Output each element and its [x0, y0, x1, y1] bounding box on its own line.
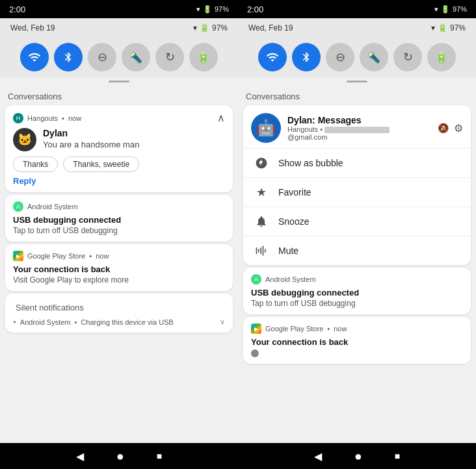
right-qs-wifi[interactable]: [258, 43, 287, 71]
right-playstore-dot: •: [327, 325, 330, 333]
expanded-title-area: Dylan: Messages Hangouts • @gmail.com: [287, 115, 431, 141]
right-recent-button[interactable]: ■: [395, 451, 400, 461]
qs-flashlight[interactable]: 🔦: [122, 43, 150, 71]
qs-bluetooth[interactable]: [54, 43, 83, 71]
right-qs-dnd[interactable]: ⊖: [326, 43, 354, 71]
hangouts-message: You are a handsome man: [43, 140, 225, 149]
battery-icon: 🔋: [203, 5, 212, 14]
favorite-label: Favorite: [278, 187, 311, 197]
left-bat-small: 🔋: [200, 23, 209, 32]
right-playstore-icon: ▶: [251, 323, 261, 334]
hangouts-notification-card[interactable]: H Hangouts • now ∧ 🐱 Dylan You are a han…: [5, 105, 233, 192]
left-notifications-area: Conversations H Hangouts • now ∧ 🐱 Dylan: [0, 86, 238, 443]
right-playstore-dot-indicator: [251, 349, 259, 357]
expanded-email-domain: @gmail.com: [287, 133, 327, 141]
right-quick-settings: ⊖ 🔦 ↻ 🔋: [238, 38, 476, 78]
hangouts-app-info: H Hangouts • now: [13, 113, 81, 123]
right-android-icon: A: [251, 274, 261, 285]
right-notifications-area: Conversations 🤖 Dylan: Messages Hangouts…: [238, 86, 476, 443]
favorite-row[interactable]: ★ Favorite: [243, 177, 471, 207]
left-date-status: ▾ 🔋 97%: [193, 23, 228, 32]
right-qs-bluetooth[interactable]: [292, 43, 321, 71]
mute-icon: [254, 243, 269, 259]
playstore-app-info: ▶ Google Play Store • now: [13, 251, 225, 261]
right-wifi-small: ▾: [431, 23, 435, 32]
right-qs-flashlight[interactable]: 🔦: [360, 43, 388, 71]
favorite-icon: ★: [254, 184, 269, 200]
thanks-button[interactable]: Thanks: [13, 157, 58, 172]
left-bat-pct-small: 97%: [212, 23, 228, 32]
silent-section: Silent notifications ● Android System • …: [5, 294, 233, 333]
qs-wifi[interactable]: [20, 43, 49, 71]
playstore-card[interactable]: ▶ Google Play Store • now Your connectio…: [5, 244, 233, 291]
hangouts-text: Dylan You are a handsome man: [43, 128, 225, 149]
left-quick-settings: ⊖ 🔦 ↻ 🔋: [0, 38, 238, 78]
hangouts-app-icon: H: [13, 113, 23, 123]
expanded-action-icons: 🔕 ⚙: [438, 122, 463, 134]
android-body: Tap to turn off USB debugging: [13, 226, 225, 235]
no-disturb-icon[interactable]: 🔕: [438, 123, 449, 133]
right-time: 2:00: [247, 5, 263, 14]
playstore-body: Visit Google Play to explore more: [13, 275, 225, 285]
bubble-icon: [254, 155, 269, 171]
right-android-title: USB debugging connected: [251, 288, 463, 298]
right-date-row: Wed, Feb 19 ▾ 🔋 97%: [238, 18, 476, 38]
playstore-app-name: Google Play Store: [27, 252, 85, 260]
left-time: 2:00: [9, 5, 25, 14]
expanded-hangouts-card[interactable]: 🤖 Dylan: Messages Hangouts • @gmail.com …: [243, 105, 471, 265]
dylan-avatar: 🐱: [13, 128, 36, 151]
right-drag-handle: [347, 81, 367, 82]
right-qs-battery-saver[interactable]: 🔋: [427, 43, 456, 71]
home-button[interactable]: ●: [116, 449, 124, 464]
right-back-button[interactable]: ◀: [314, 450, 322, 463]
expanded-email: [324, 127, 390, 133]
right-date-status: ▾ 🔋 97%: [431, 23, 466, 32]
right-playstore-title: Your connection is back: [251, 337, 463, 347]
playstore-icon: ▶: [13, 251, 23, 261]
snooze-row[interactable]: Snooze: [243, 207, 471, 236]
show-as-bubble-row[interactable]: Show as bubble: [243, 148, 471, 177]
bubble-label: Show as bubble: [278, 158, 343, 168]
chevron-up-icon[interactable]: ∧: [217, 112, 225, 124]
qs-dnd[interactable]: ⊖: [88, 43, 116, 71]
recent-button[interactable]: ■: [157, 451, 162, 461]
android-app-info: A Android System: [13, 201, 225, 212]
mute-label: Mute: [278, 246, 298, 256]
back-button[interactable]: ◀: [76, 450, 84, 463]
right-android-card[interactable]: A Android System USB debugging connected…: [243, 268, 471, 314]
left-wifi-small: ▾: [193, 23, 197, 32]
silent-text: Charging this device via USB: [81, 318, 173, 326]
right-qs-rotation[interactable]: ↻: [393, 43, 422, 71]
silent-label: Silent notifications: [13, 300, 225, 314]
left-nav-bar: ◀ ● ■: [0, 443, 238, 469]
settings-icon[interactable]: ⚙: [454, 122, 463, 134]
right-wifi-icon: ▾: [434, 5, 438, 14]
hangouts-actions: Thanks Thanks, sweetie: [13, 157, 225, 172]
expanded-header: 🤖 Dylan: Messages Hangouts • @gmail.com …: [243, 105, 471, 148]
playstore-dot: •: [89, 252, 92, 260]
expanded-title: Dylan: Messages: [287, 115, 431, 125]
qs-rotation[interactable]: ↻: [155, 43, 184, 71]
hangouts-sender: Dylan: [43, 128, 225, 138]
right-playstore-card[interactable]: ▶ Google Play Store • now Your connectio…: [243, 317, 471, 364]
silent-chevron-icon[interactable]: ∨: [220, 318, 225, 326]
qs-battery-saver[interactable]: 🔋: [189, 43, 218, 71]
hangouts-app-row: H Hangouts • now ∧: [13, 112, 225, 124]
reply-button[interactable]: Reply: [13, 176, 225, 186]
mute-row[interactable]: Mute: [243, 236, 471, 265]
silent-dot: •: [75, 318, 77, 326]
expanded-app: Hangouts: [287, 125, 318, 133]
right-date: Wed, Feb 19: [248, 23, 293, 32]
hangouts-dot: •: [62, 114, 64, 122]
hangouts-content: 🐱 Dylan You are a handsome man: [13, 128, 225, 151]
expanded-subtitle: Hangouts • @gmail.com: [287, 125, 431, 141]
left-battery-pct: 97%: [215, 5, 229, 13]
right-home-button[interactable]: ●: [354, 449, 362, 464]
android-system-card[interactable]: A Android System USB debugging connected…: [5, 195, 233, 242]
right-status-icons: ▾ 🔋 97%: [434, 5, 467, 14]
silent-item[interactable]: ● Android System • Charging this device …: [13, 318, 225, 326]
right-battery-pct: 97%: [453, 5, 467, 13]
thanks-sweetie-button[interactable]: Thanks, sweetie: [63, 157, 139, 172]
android-app-name: Android System: [27, 203, 78, 210]
right-android-app-name: Android System: [265, 275, 316, 283]
